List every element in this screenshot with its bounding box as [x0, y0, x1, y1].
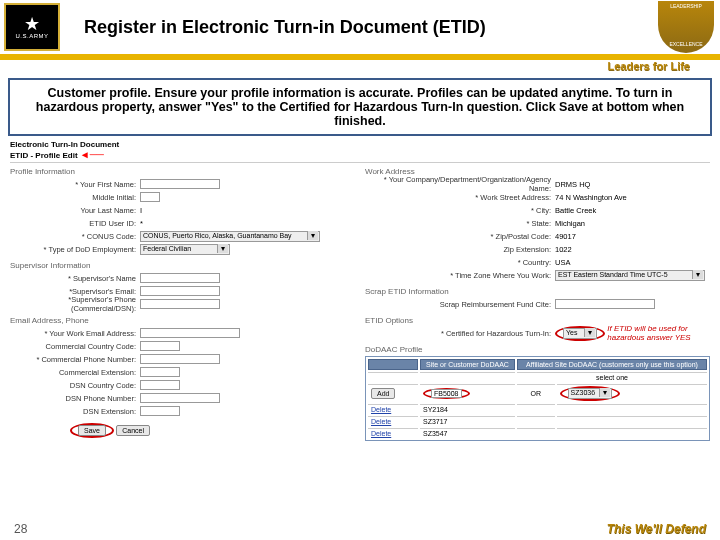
- val-state: Michigan: [555, 219, 585, 228]
- input-mi[interactable]: [140, 192, 160, 202]
- input-cphone[interactable]: [140, 354, 220, 364]
- lbl-last: Your Last Name:: [10, 206, 140, 215]
- star-icon: ★: [24, 15, 40, 33]
- lbl-uid: ETID User ID:: [10, 219, 140, 228]
- lbl-cext: Commercial Extension:: [10, 368, 140, 377]
- val-zipext: 1022: [555, 245, 572, 254]
- select-affiliated[interactable]: SZ3036: [568, 388, 612, 399]
- lbl-first: * Your First Name:: [10, 180, 140, 189]
- select-tz[interactable]: EST Eastern Standard Time UTC-5: [555, 270, 705, 281]
- val-country: USA: [555, 258, 570, 267]
- footer-motto: This We'll Defend: [607, 522, 706, 536]
- val-city: Battle Creek: [555, 206, 596, 215]
- lbl-street: * Work Street Address:: [365, 193, 555, 202]
- input-dphone[interactable]: [140, 393, 220, 403]
- lbl-state: * State:: [365, 219, 555, 228]
- th-affil: Affiliated Site DoDAAC (customers only u…: [517, 359, 707, 370]
- lbl-dcc: DSN Country Code:: [10, 381, 140, 390]
- lbl-email: * Your Work Email Address:: [10, 329, 140, 338]
- input-cext[interactable]: [140, 367, 180, 377]
- table-row: DeleteSZ3547: [368, 428, 707, 438]
- val-uid: *: [140, 219, 143, 228]
- val-org: DRMS HQ: [555, 180, 590, 189]
- input-primary[interactable]: FB5008: [431, 389, 462, 398]
- cancel-button[interactable]: Cancel: [116, 425, 150, 436]
- lbl-dphone: DSN Phone Number:: [10, 394, 140, 403]
- lbl-org: * Your Company/Department/Organization/A…: [365, 175, 555, 193]
- input-ccc[interactable]: [140, 341, 180, 351]
- save-button[interactable]: Save: [78, 425, 106, 436]
- section-profile: Profile Information: [10, 167, 355, 176]
- lbl-zipext: Zip Extension:: [365, 245, 555, 254]
- table-row: Add FB5008 OR SZ3036: [368, 384, 707, 402]
- delete-link[interactable]: Delete: [371, 406, 391, 413]
- table-row: DeleteSY2184: [368, 404, 707, 414]
- lbl-ccc: Commercial Country Code:: [10, 342, 140, 351]
- lbl-cphone: * Commercial Phone Number:: [10, 355, 140, 364]
- input-supemail[interactable]: [140, 286, 220, 296]
- input-dext[interactable]: [140, 406, 180, 416]
- lbl-scrap: Scrap Reimbursement Fund Cite:: [365, 300, 555, 309]
- lbl-zip: * Zip/Postal Code:: [365, 232, 555, 241]
- delete-link[interactable]: Delete: [371, 418, 391, 425]
- section-supervisor: Supervisor Information: [10, 261, 355, 270]
- input-supphone[interactable]: [140, 299, 220, 309]
- page-title: Register in Electronic Turn-in Document …: [84, 17, 658, 38]
- army-label: U.S.ARMY: [15, 33, 48, 39]
- leadership-crest: [658, 1, 714, 53]
- dodaac-table: Site or Customer DoDAACAffiliated Site D…: [365, 356, 710, 441]
- lbl-mi: Middle Initial:: [10, 193, 140, 202]
- select-one: select one: [517, 372, 707, 382]
- lbl-emp: * Type of DoD Employment:: [10, 245, 140, 254]
- lbl-cert: * Certified for Hazardous Turn-In:: [365, 329, 555, 338]
- tagline-top: Leaders for Life: [0, 60, 720, 72]
- lbl-supname: * Supervisor's Name: [10, 274, 140, 283]
- form-screenshot: Electronic Turn-In Document ETID - Profi…: [10, 140, 710, 441]
- page-number: 28: [14, 522, 27, 536]
- lbl-tz: * Time Zone Where You Work:: [365, 271, 555, 280]
- table-row: DeleteSZ3717: [368, 416, 707, 426]
- section-contact: Email Address, Phone: [10, 316, 355, 325]
- add-button[interactable]: Add: [371, 388, 395, 399]
- arrow-icon: ◄──: [80, 149, 104, 160]
- lbl-city: * City:: [365, 206, 555, 215]
- lbl-country: * Country:: [365, 258, 555, 267]
- select-cert[interactable]: Yes: [563, 328, 597, 339]
- val-zip: 49017: [555, 232, 576, 241]
- select-conus[interactable]: CONUS, Puerto Rico, Alaska, Guantanamo B…: [140, 231, 320, 242]
- val-last: I: [140, 206, 142, 215]
- section-scrap: Scrap ETID Information: [365, 287, 710, 296]
- army-logo: ★ U.S.ARMY: [4, 3, 60, 51]
- delete-link[interactable]: Delete: [371, 430, 391, 437]
- input-scrap[interactable]: [555, 299, 655, 309]
- doc-title-2: ETID - Profile Edit: [10, 151, 78, 160]
- lbl-dext: DSN Extension:: [10, 407, 140, 416]
- section-dodaac: DoDAAC Profile: [365, 345, 710, 354]
- instruction-box: Customer profile. Ensure your profile in…: [8, 78, 712, 136]
- input-first-name[interactable]: [140, 179, 220, 189]
- th-site: Site or Customer DoDAAC: [420, 359, 515, 370]
- lbl-conus: * CONUS Code:: [10, 232, 140, 241]
- input-supname[interactable]: [140, 273, 220, 283]
- lbl-supphone: *Supervisor's Phone (Commercial/DSN):: [10, 295, 140, 313]
- cert-note: If ETID will be used for hazardous answe…: [607, 324, 710, 342]
- or-label: OR: [517, 384, 555, 402]
- input-dcc[interactable]: [140, 380, 180, 390]
- doc-title-1: Electronic Turn-In Document: [10, 140, 710, 149]
- input-email[interactable]: [140, 328, 240, 338]
- val-street: 74 N Washington Ave: [555, 193, 627, 202]
- select-employment[interactable]: Federal Civilian: [140, 244, 230, 255]
